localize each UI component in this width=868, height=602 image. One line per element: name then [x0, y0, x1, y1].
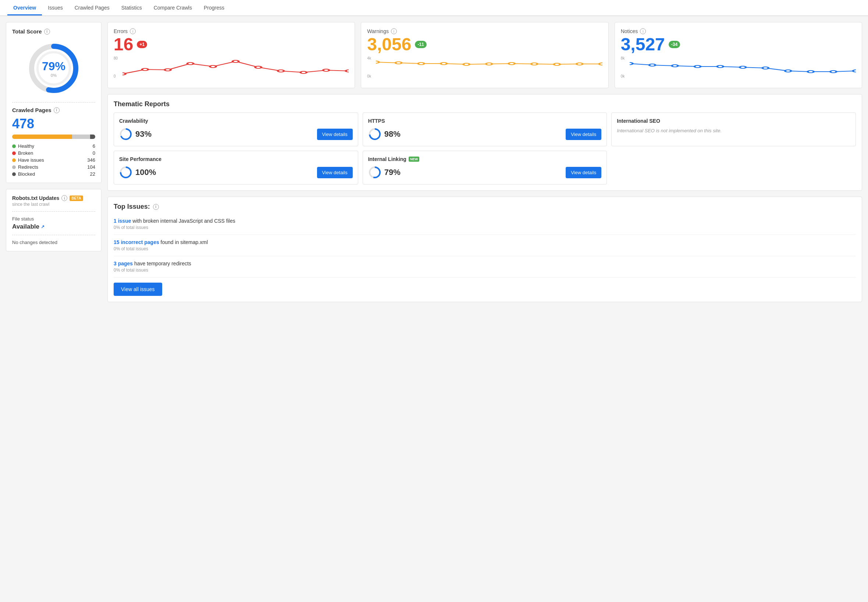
site-performance-view-details-btn[interactable]: View details — [317, 167, 353, 178]
notices-info-icon[interactable]: i — [640, 28, 646, 34]
donut-center: 79% 0% — [42, 60, 65, 78]
stat-healthy: Healthy 6 — [12, 143, 95, 149]
errors-chart: 80 0 — [114, 56, 349, 82]
svg-point-15 — [396, 62, 402, 64]
svg-point-18 — [463, 63, 470, 65]
left-panel: Total Score i 79% 0% — [6, 22, 102, 302]
right-panel: Errors i 16 +1 80 0 — [108, 22, 862, 302]
svg-point-26 — [649, 64, 656, 66]
tab-crawled-pages[interactable]: Crawled Pages — [69, 1, 115, 15]
report-internal-linking-title: Internal Linking NEW — [368, 156, 602, 162]
svg-point-4 — [142, 68, 148, 71]
svg-point-12 — [323, 69, 329, 71]
issue-rest-1: found in sitemap.xml — [159, 239, 208, 245]
reports-grid: Crawlability 93% View details — [114, 112, 856, 184]
issue-link-2[interactable]: 3 pages — [114, 261, 133, 266]
warnings-sparkline — [376, 56, 602, 78]
stat-have-issues: Have issues 346 — [12, 157, 95, 163]
report-site-performance-title: Site Performance — [119, 156, 353, 162]
issue-text-1: 15 incorrect pages found in sitemap.xml — [114, 239, 856, 245]
notices-sparkline — [629, 56, 856, 78]
report-crawlability: Crawlability 93% View details — [114, 112, 358, 146]
warnings-info-icon[interactable]: i — [391, 28, 397, 34]
errors-info-icon[interactable]: i — [130, 28, 136, 34]
crawlability-score: 93% — [119, 127, 152, 141]
svg-point-29 — [717, 65, 723, 68]
svg-point-14 — [376, 61, 379, 63]
svg-point-3 — [123, 73, 125, 75]
site-performance-score: 100% — [119, 166, 156, 179]
progress-gray — [72, 135, 91, 139]
report-internal-linking: Internal Linking NEW 79% View details — [363, 150, 607, 184]
crawled-pages-info-icon[interactable]: i — [54, 108, 60, 113]
svg-point-21 — [531, 63, 538, 65]
svg-point-11 — [300, 71, 307, 74]
https-donut — [368, 127, 382, 141]
issue-text-0: 1 issue with broken internal JavaScript … — [114, 218, 856, 224]
total-score-info-icon[interactable]: i — [44, 29, 50, 35]
report-intl-seo: International SEO International SEO is n… — [611, 112, 856, 146]
warnings-value: 3,056 — [367, 36, 411, 53]
svg-point-28 — [694, 65, 701, 68]
robots-file-status-value: Available ↗ — [12, 223, 95, 230]
issue-link-0[interactable]: 1 issue — [114, 218, 131, 224]
errors-badge: +1 — [137, 41, 147, 48]
svg-point-17 — [441, 63, 447, 64]
total-score-card: Total Score i 79% 0% — [6, 22, 102, 183]
issue-item-0: 1 issue with broken internal JavaScript … — [114, 213, 856, 235]
crawled-pages-count: 478 — [12, 116, 95, 132]
notices-value-row: 3,527 -34 — [621, 36, 856, 53]
svg-point-34 — [830, 71, 836, 73]
tab-compare-crawls[interactable]: Compare Crawls — [148, 1, 198, 15]
new-badge: NEW — [409, 157, 419, 162]
svg-point-25 — [629, 63, 633, 64]
https-view-details-btn[interactable]: View details — [566, 129, 601, 140]
stat-redirects: Redirects 104 — [12, 164, 95, 170]
progress-orange — [12, 135, 72, 139]
notices-badge: -34 — [669, 41, 680, 48]
tab-overview[interactable]: Overview — [7, 1, 42, 15]
top-issues-title: Top Issues: i — [114, 203, 856, 210]
crawlability-view-details-btn[interactable]: View details — [317, 129, 353, 140]
dot-have-issues — [12, 158, 16, 162]
view-all-issues-btn[interactable]: View all issues — [114, 283, 162, 296]
https-score: 98% — [368, 127, 400, 141]
svg-point-33 — [808, 71, 814, 73]
robots-info-icon[interactable]: i — [62, 195, 67, 201]
issue-sub-0: 0% of total issues — [114, 225, 856, 230]
crawled-pages-progress-bar — [12, 135, 95, 139]
tab-progress[interactable]: Progress — [198, 1, 230, 15]
report-intl-seo-title: International SEO — [617, 118, 850, 124]
svg-point-10 — [278, 70, 284, 72]
crawlability-donut — [119, 127, 132, 141]
notices-value: 3,527 — [621, 36, 665, 53]
tab-bar: Overview Issues Crawled Pages Statistics… — [0, 0, 868, 16]
progress-dark — [90, 135, 95, 139]
issue-sub-1: 0% of total issues — [114, 246, 856, 251]
errors-card: Errors i 16 +1 80 0 — [108, 22, 355, 88]
report-site-performance: Site Performance 100% View details — [114, 150, 358, 184]
svg-point-22 — [554, 63, 560, 65]
internal-linking-view-details-btn[interactable]: View details — [566, 167, 601, 178]
issue-rest-0: with broken internal JavaScript and CSS … — [131, 218, 235, 224]
tab-issues[interactable]: Issues — [42, 1, 68, 15]
donut-sub-percent: 0% — [51, 73, 57, 78]
robots-file-status-label: File status — [12, 216, 95, 222]
top-issues-info-icon[interactable]: i — [153, 204, 159, 210]
issue-link-1[interactable]: 15 incorrect pages — [114, 239, 159, 245]
warnings-chart: 4k 0k — [367, 56, 602, 82]
notices-chart: 8k 0k — [621, 56, 856, 82]
svg-point-13 — [346, 70, 349, 72]
issue-item-1: 15 incorrect pages found in sitemap.xml … — [114, 235, 856, 256]
issue-item-2: 3 pages have temporary redirects 0% of t… — [114, 256, 856, 278]
intl-seo-text: International SEO is not implemented on … — [617, 127, 722, 134]
report-https: HTTPS 98% View details — [363, 112, 607, 146]
errors-title: Errors i — [114, 28, 349, 34]
robots-subtitle: since the last crawl — [12, 202, 95, 207]
dot-blocked — [12, 172, 16, 176]
tab-statistics[interactable]: Statistics — [115, 1, 148, 15]
stat-blocked: Blocked 22 — [12, 171, 95, 177]
svg-point-31 — [762, 67, 768, 69]
dot-broken — [12, 151, 16, 155]
warnings-card: Warnings i 3,056 -11 4k 0k — [361, 22, 608, 88]
